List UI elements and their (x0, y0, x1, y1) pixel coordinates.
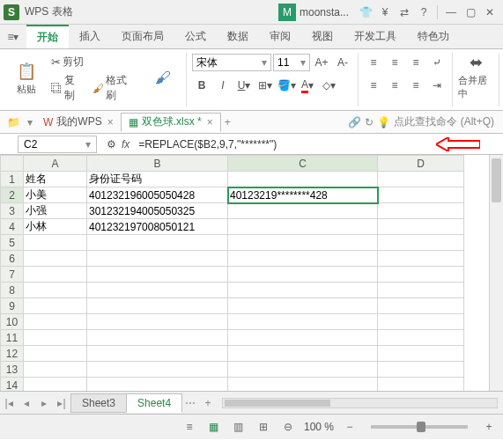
zoom-plus[interactable]: + (480, 421, 498, 433)
cell[interactable] (87, 235, 228, 251)
fx-cancel[interactable]: ⚙ (100, 138, 122, 151)
cell[interactable] (87, 362, 228, 378)
cell[interactable] (228, 378, 378, 392)
cell[interactable] (87, 330, 228, 346)
view-stats-icon[interactable]: ≡ (181, 421, 198, 433)
indent-button[interactable]: ⇥ (427, 76, 447, 95)
zoom-level[interactable]: 100 % (304, 421, 334, 433)
cell[interactable] (378, 203, 464, 219)
cell[interactable]: 身份证号码 (87, 172, 228, 187)
tab-view[interactable]: 视图 (301, 25, 344, 48)
cell[interactable] (228, 346, 378, 362)
maximize-button[interactable]: ▢ (461, 4, 480, 21)
cell[interactable] (228, 235, 378, 251)
fill-color-button[interactable]: 🪣▾ (277, 76, 296, 95)
cell[interactable] (378, 267, 464, 283)
sheet-nav-first[interactable]: |◂ (0, 397, 18, 409)
cell[interactable] (228, 172, 378, 187)
cell[interactable] (24, 267, 87, 283)
zoom-out-button[interactable]: ⊖ (279, 421, 297, 433)
zoom-slider[interactable] (371, 425, 468, 429)
font-color-button[interactable]: A▾ (298, 76, 317, 95)
cell[interactable]: 301232194005050325 (87, 203, 228, 219)
cell[interactable] (378, 172, 464, 187)
close-button[interactable]: ✕ (480, 4, 499, 21)
col-header[interactable]: D (378, 156, 464, 172)
tab-review[interactable]: 审阅 (259, 25, 301, 48)
cell[interactable]: 小强 (24, 203, 87, 219)
cell[interactable] (24, 378, 87, 392)
cell[interactable] (24, 314, 87, 330)
cell[interactable] (378, 187, 464, 203)
cell[interactable]: 姓名 (24, 172, 87, 187)
cell[interactable] (378, 235, 464, 251)
format-brush-button[interactable]: 🖌 (145, 69, 181, 89)
view-normal-button[interactable]: ▦ (205, 421, 223, 433)
tab-feature[interactable]: 特色功 (407, 25, 460, 48)
cell[interactable]: 401232196005050428 (87, 187, 228, 203)
cell[interactable] (378, 330, 464, 346)
vertical-scrollbar[interactable] (489, 155, 503, 391)
bold-button[interactable]: B (192, 76, 211, 95)
tab-insert[interactable]: 插入 (69, 25, 111, 48)
folder-icon[interactable]: 📁 (7, 116, 20, 129)
row-header[interactable]: 6 (1, 251, 24, 267)
format-painter-button[interactable]: 🖌格式刷 (89, 71, 141, 105)
cell[interactable] (378, 314, 464, 330)
cell[interactable] (378, 298, 464, 314)
skin-icon[interactable]: 👕 (356, 4, 375, 21)
cell[interactable] (87, 283, 228, 298)
row-header[interactable]: 12 (1, 346, 24, 362)
cell[interactable] (24, 283, 87, 298)
view-pagelayout-button[interactable]: ▥ (230, 421, 248, 433)
cell[interactable]: 小美 (24, 187, 87, 203)
cell[interactable] (24, 346, 87, 362)
tab-start[interactable]: 开始 (26, 25, 69, 48)
border-button[interactable]: ⊞▾ (255, 76, 275, 95)
increase-font-button[interactable]: A+ (312, 53, 331, 72)
sheet-nav-last[interactable]: ▸| (53, 397, 70, 409)
help-icon[interactable]: ? (414, 4, 433, 21)
tab-data[interactable]: 数据 (217, 25, 259, 48)
add-tab-button[interactable]: + (225, 116, 231, 129)
arrows-icon[interactable]: ⇄ (395, 4, 414, 21)
underline-button[interactable]: U▾ (234, 76, 254, 95)
sheet-tab[interactable]: Sheet4 (126, 393, 182, 413)
sheet-nav-next[interactable]: ▸ (35, 397, 53, 409)
cell[interactable] (228, 362, 378, 378)
row-header[interactable]: 10 (1, 314, 24, 330)
fx-label[interactable]: fx (122, 138, 129, 151)
close-icon[interactable]: × (207, 116, 213, 129)
row-header[interactable]: 2 (1, 187, 24, 203)
cell[interactable] (378, 251, 464, 267)
cell[interactable]: 40123219********428 (228, 187, 378, 203)
cell[interactable] (228, 314, 378, 330)
font-size-combo[interactable]: 11▾ (273, 54, 310, 71)
align-top-button[interactable]: ≡ (364, 53, 383, 72)
row-header[interactable]: 8 (1, 283, 24, 298)
col-header[interactable]: B (87, 156, 228, 172)
row-header[interactable]: 5 (1, 235, 24, 251)
cell[interactable] (228, 298, 378, 314)
tab-formula[interactable]: 公式 (174, 25, 217, 48)
coin-icon[interactable]: ¥ (375, 4, 395, 21)
cell[interactable] (87, 298, 228, 314)
close-icon[interactable]: × (107, 116, 114, 129)
clear-format-button[interactable]: ◇▾ (319, 76, 338, 95)
wrap-text-button[interactable]: ⤶ (427, 53, 447, 72)
col-header[interactable]: C (228, 156, 378, 172)
add-sheet-button[interactable]: + (199, 397, 217, 409)
align-center-button[interactable]: ≡ (385, 76, 404, 95)
paste-button[interactable]: 📋 粘贴 (9, 62, 44, 96)
view-pagebreak-button[interactable]: ⊞ (255, 421, 272, 433)
zoom-minus[interactable]: − (341, 421, 359, 433)
merge-cells-button[interactable]: ⬌ 合并居中 (458, 53, 493, 100)
user-avatar[interactable]: M (278, 4, 296, 21)
col-header[interactable]: A (24, 156, 87, 172)
decrease-font-button[interactable]: A- (333, 53, 352, 72)
row-header[interactable]: 13 (1, 362, 24, 378)
cell[interactable] (228, 203, 378, 219)
copy-button[interactable]: ⿻复制 (48, 71, 89, 105)
row-header[interactable]: 11 (1, 330, 24, 346)
cell[interactable] (378, 219, 464, 235)
